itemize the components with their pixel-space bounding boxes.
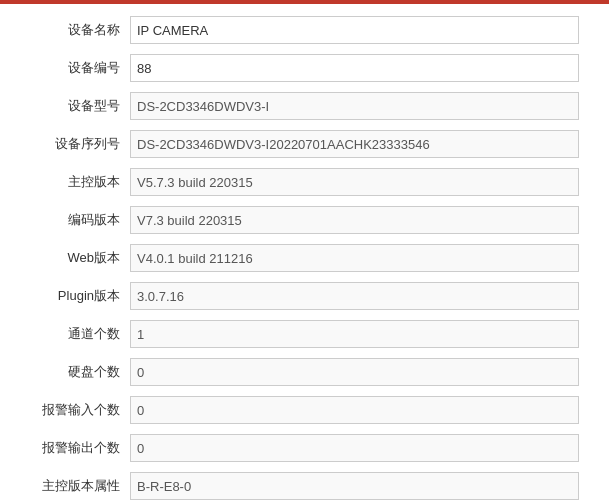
- form-container: 设备名称设备编号设备型号设备序列号主控版本编码版本Web版本Plugin版本通道…: [0, 4, 609, 504]
- row-alarm-input-count: 报警输入个数: [20, 394, 579, 426]
- label-device-name: 设备名称: [20, 21, 130, 39]
- label-web-version: Web版本: [20, 249, 130, 267]
- input-device-name[interactable]: [130, 16, 579, 44]
- row-main-version: 主控版本: [20, 166, 579, 198]
- row-channel-count: 通道个数: [20, 318, 579, 350]
- input-alarm-output-count: [130, 434, 579, 462]
- row-disk-count: 硬盘个数: [20, 356, 579, 388]
- label-main-version-attr: 主控版本属性: [20, 477, 130, 495]
- row-device-number: 设备编号: [20, 52, 579, 84]
- label-alarm-output-count: 报警输出个数: [20, 439, 130, 457]
- row-encode-version: 编码版本: [20, 204, 579, 236]
- row-device-serial: 设备序列号: [20, 128, 579, 160]
- input-channel-count: [130, 320, 579, 348]
- label-channel-count: 通道个数: [20, 325, 130, 343]
- input-plugin-version: [130, 282, 579, 310]
- row-device-name: 设备名称: [20, 14, 579, 46]
- input-main-version: [130, 168, 579, 196]
- input-encode-version: [130, 206, 579, 234]
- label-alarm-input-count: 报警输入个数: [20, 401, 130, 419]
- label-encode-version: 编码版本: [20, 211, 130, 229]
- label-main-version: 主控版本: [20, 173, 130, 191]
- input-device-number[interactable]: [130, 54, 579, 82]
- input-disk-count: [130, 358, 579, 386]
- input-alarm-input-count: [130, 396, 579, 424]
- input-device-serial: [130, 130, 579, 158]
- label-device-number: 设备编号: [20, 59, 130, 77]
- row-plugin-version: Plugin版本: [20, 280, 579, 312]
- row-main-version-attr: 主控版本属性: [20, 470, 579, 502]
- row-alarm-output-count: 报警输出个数: [20, 432, 579, 464]
- label-device-model: 设备型号: [20, 97, 130, 115]
- input-main-version-attr: [130, 472, 579, 500]
- label-device-serial: 设备序列号: [20, 135, 130, 153]
- row-device-model: 设备型号: [20, 90, 579, 122]
- label-disk-count: 硬盘个数: [20, 363, 130, 381]
- input-device-model: [130, 92, 579, 120]
- label-plugin-version: Plugin版本: [20, 287, 130, 305]
- input-web-version: [130, 244, 579, 272]
- row-web-version: Web版本: [20, 242, 579, 274]
